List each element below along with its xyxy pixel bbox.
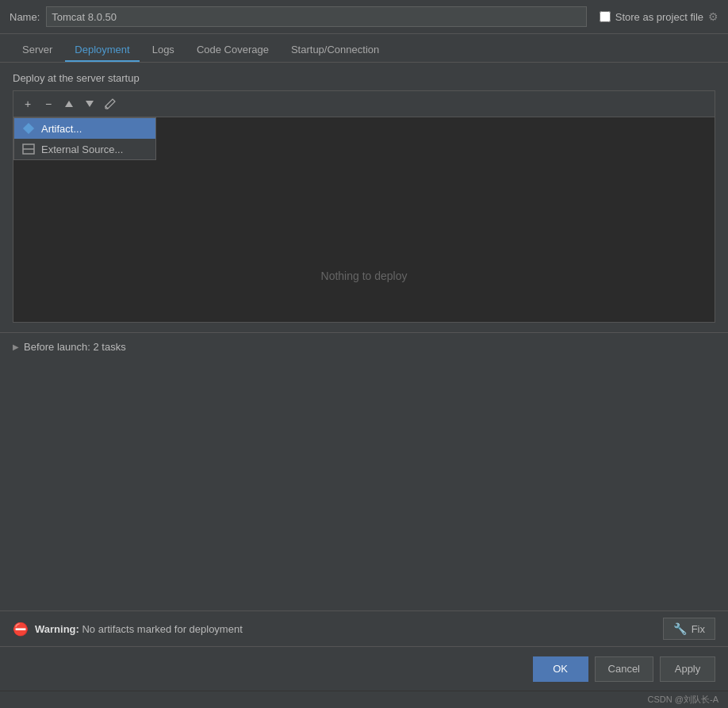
dropdown-menu: Artifact... External Source... xyxy=(13,117,156,160)
expand-arrow-icon: ▶ xyxy=(13,343,19,351)
store-project-checkbox[interactable] xyxy=(600,11,611,22)
artifact-label: Artifact... xyxy=(41,123,82,135)
name-label: Name: xyxy=(10,11,40,23)
before-launch[interactable]: ▶ Before launch: 2 tasks xyxy=(0,332,728,361)
tabs-row: Server Deployment Logs Code Coverage Sta… xyxy=(0,34,728,63)
toolbar: + − xyxy=(13,91,715,117)
name-input[interactable] xyxy=(46,6,586,27)
section-label: Deploy at the server startup xyxy=(13,72,715,84)
warning-icon: ⛔ xyxy=(13,622,29,637)
tab-server[interactable]: Server xyxy=(13,39,62,62)
up-arrow-icon xyxy=(65,101,73,107)
ok-button[interactable]: OK xyxy=(533,656,588,682)
status-text: CSDN @刘队长-A xyxy=(648,694,718,706)
warning-prefix: Warning: xyxy=(35,623,79,635)
move-down-button[interactable] xyxy=(80,94,99,113)
fix-label: Fix xyxy=(692,623,705,635)
fix-icon: 🔧 xyxy=(673,622,687,635)
edit-icon xyxy=(105,98,116,109)
edit-button[interactable] xyxy=(101,94,120,113)
tab-deployment[interactable]: Deployment xyxy=(65,39,139,62)
spacer xyxy=(0,361,728,611)
apply-button[interactable]: Apply xyxy=(660,656,715,682)
tab-code-coverage[interactable]: Code Coverage xyxy=(187,39,278,62)
gear-icon[interactable]: ⚙ xyxy=(708,10,718,23)
move-up-button[interactable] xyxy=(59,94,79,113)
artifact-icon xyxy=(22,122,35,135)
empty-state-label: Nothing to deploy xyxy=(321,270,408,282)
external-source-icon xyxy=(22,143,35,155)
deploy-panel: + − xyxy=(13,90,715,323)
content-area: Deploy at the server startup + − xyxy=(0,63,728,332)
remove-button[interactable]: − xyxy=(39,94,58,113)
cancel-button[interactable]: Cancel xyxy=(595,656,653,682)
fix-button[interactable]: 🔧 Fix xyxy=(663,618,715,640)
store-project-label: Store as project file xyxy=(615,11,703,23)
dialog: Name: Store as project file ⚙ Server Dep… xyxy=(0,0,728,708)
external-source-item[interactable]: External Source... xyxy=(14,139,155,159)
warning-bar: ⛔ Warning: No artifacts marked for deplo… xyxy=(0,610,728,646)
warning-message: Warning: No artifacts marked for deploym… xyxy=(35,623,657,635)
add-button[interactable]: + xyxy=(18,94,37,113)
artifact-item[interactable]: Artifact... xyxy=(14,118,155,139)
header-row: Name: Store as project file ⚙ xyxy=(0,0,728,34)
svg-marker-0 xyxy=(65,101,73,107)
status-bar: CSDN @刘队长-A xyxy=(0,691,728,708)
down-arrow-icon xyxy=(86,101,94,107)
store-project-area: Store as project file ⚙ xyxy=(600,10,718,23)
before-launch-text: Before launch: 2 tasks xyxy=(24,341,126,353)
external-source-label: External Source... xyxy=(41,144,123,155)
tab-startup[interactable]: Startup/Connection xyxy=(282,39,389,62)
warning-body: No artifacts marked for deployment xyxy=(82,623,242,635)
bottom-bar: OK Cancel Apply xyxy=(0,646,728,691)
svg-rect-4 xyxy=(23,123,34,134)
svg-marker-1 xyxy=(86,101,94,107)
tab-logs[interactable]: Logs xyxy=(143,39,184,62)
